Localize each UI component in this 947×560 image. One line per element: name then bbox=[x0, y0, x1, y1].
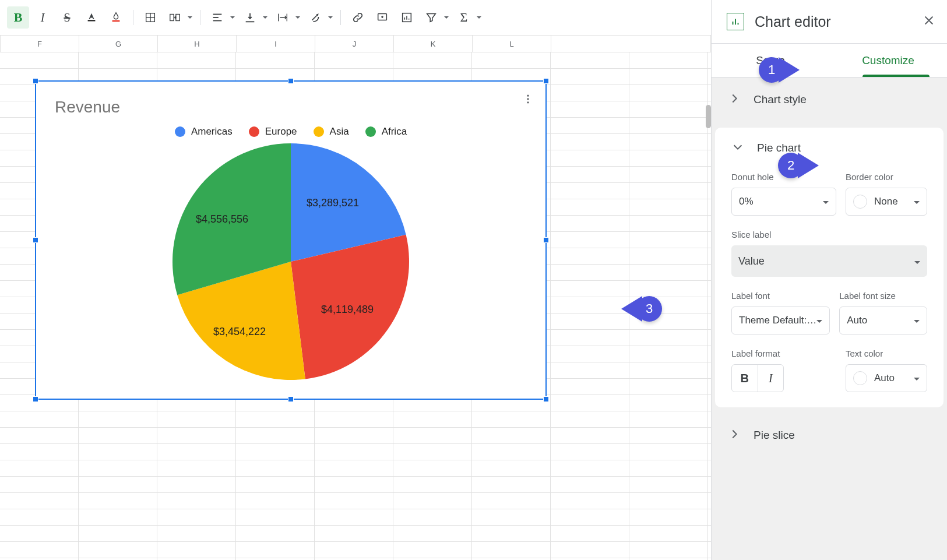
label-font-select[interactable]: Theme Default:… bbox=[731, 307, 830, 334]
resize-handle[interactable] bbox=[543, 396, 549, 402]
border-color-select[interactable]: None bbox=[846, 188, 927, 216]
text-color-label: Text color bbox=[846, 348, 927, 358]
section-title: Chart style bbox=[754, 93, 807, 106]
legend-item[interactable]: Africa bbox=[365, 126, 407, 138]
bold-glyph: B bbox=[14, 10, 23, 25]
legend-item[interactable]: Europe bbox=[249, 126, 297, 138]
dropdown-arrow-icon bbox=[228, 16, 237, 19]
dropdown-arrow-icon bbox=[816, 315, 822, 326]
borders-button[interactable] bbox=[139, 6, 161, 29]
chart-object[interactable]: Revenue Americas Europe Asia Africa $3,2… bbox=[35, 80, 547, 400]
svg-point-16 bbox=[527, 95, 529, 97]
dropdown-arrow-icon bbox=[442, 16, 450, 19]
column-header[interactable]: F bbox=[1, 36, 79, 52]
resize-handle[interactable] bbox=[543, 78, 549, 84]
column-header[interactable]: H bbox=[158, 36, 237, 52]
h-align-button[interactable] bbox=[206, 6, 237, 29]
legend-label: Asia bbox=[330, 126, 349, 138]
functions-button[interactable]: Σ bbox=[453, 6, 483, 29]
spreadsheet-grid[interactable]: document.write(Array.from({length:32}).m… bbox=[0, 52, 711, 560]
legend-swatch bbox=[314, 126, 324, 137]
sidebar-body: Chart style Pie chart Donut hole 0% bbox=[712, 78, 947, 560]
comment-button[interactable] bbox=[371, 6, 393, 29]
filter-button[interactable] bbox=[420, 6, 450, 29]
resize-handle[interactable] bbox=[543, 237, 549, 243]
slice-label: $3,454,222 bbox=[213, 326, 266, 338]
select-value: None bbox=[874, 196, 898, 207]
dropdown-arrow-icon bbox=[823, 196, 829, 207]
bold-button[interactable]: B bbox=[7, 6, 29, 29]
fill-color-button[interactable] bbox=[105, 6, 127, 29]
scrollbar-thumb[interactable] bbox=[706, 105, 711, 128]
chevron-down-icon bbox=[731, 140, 744, 156]
v-align-button[interactable] bbox=[239, 6, 269, 29]
bold-toggle[interactable]: B bbox=[732, 365, 758, 392]
close-button[interactable] bbox=[923, 14, 935, 29]
slice-label-label: Slice label bbox=[731, 230, 927, 240]
resize-handle[interactable] bbox=[33, 396, 38, 402]
italic-toggle[interactable]: I bbox=[758, 365, 784, 392]
legend-label: Africa bbox=[382, 126, 407, 138]
svg-rect-3 bbox=[170, 15, 174, 21]
legend-swatch bbox=[249, 126, 259, 137]
resize-handle[interactable] bbox=[33, 237, 38, 243]
dropdown-arrow-icon bbox=[914, 315, 920, 326]
dropdown-arrow-icon bbox=[186, 16, 194, 19]
chart-title[interactable]: Revenue bbox=[55, 98, 120, 117]
dropdown-arrow-icon bbox=[914, 372, 920, 384]
column-header[interactable]: G bbox=[79, 36, 158, 52]
section-header[interactable]: Chart style bbox=[712, 78, 947, 122]
chevron-right-icon bbox=[728, 428, 741, 443]
separator bbox=[340, 10, 341, 25]
legend-item[interactable]: Americas bbox=[175, 126, 233, 138]
strike-glyph: S bbox=[64, 11, 70, 24]
italic-button[interactable]: I bbox=[31, 6, 54, 29]
label-font-size-label: Label font size bbox=[839, 291, 927, 301]
sidebar-header: Chart editor bbox=[712, 0, 947, 44]
strike-button[interactable]: S bbox=[56, 6, 78, 29]
chart-menu-button[interactable] bbox=[522, 93, 534, 107]
text-color-select[interactable]: Auto bbox=[846, 364, 927, 392]
column-header[interactable]: L bbox=[473, 36, 551, 52]
column-header[interactable]: I bbox=[237, 36, 315, 52]
chart-editor-sidebar: Chart editor Setup Customize Chart style… bbox=[711, 0, 947, 560]
legend-swatch bbox=[365, 126, 376, 137]
tutorial-callout-3: 3 bbox=[636, 296, 662, 322]
section-header[interactable]: Pie slice bbox=[712, 413, 947, 457]
dropdown-arrow-icon bbox=[326, 16, 335, 19]
separator bbox=[133, 10, 133, 25]
separator bbox=[200, 10, 200, 25]
legend-item[interactable]: Asia bbox=[314, 126, 349, 138]
label-font-size-select[interactable]: Auto bbox=[839, 307, 927, 334]
text-color-button[interactable] bbox=[80, 6, 103, 29]
chart-legend: Americas Europe Asia Africa bbox=[40, 126, 542, 138]
chart-canvas: Revenue Americas Europe Asia Africa $3,2… bbox=[40, 85, 542, 395]
tutorial-callout-2: 2 bbox=[778, 153, 804, 178]
select-value: Auto bbox=[847, 315, 867, 326]
sidebar-title: Chart editor bbox=[755, 13, 912, 30]
resize-handle[interactable] bbox=[288, 396, 294, 402]
merge-button[interactable] bbox=[164, 6, 194, 29]
select-value: 0% bbox=[739, 196, 754, 207]
select-value: Value bbox=[738, 255, 765, 267]
column-header[interactable]: J bbox=[315, 36, 394, 52]
sidebar-tabs: Setup Customize bbox=[712, 44, 947, 78]
resize-handle[interactable] bbox=[288, 78, 294, 84]
slice-label-select[interactable]: Value bbox=[731, 245, 927, 277]
tutorial-callout-1: 1 bbox=[759, 57, 784, 83]
section-header[interactable]: Pie chart bbox=[715, 128, 944, 168]
select-value: Auto bbox=[874, 372, 895, 384]
resize-handle[interactable] bbox=[33, 78, 38, 84]
tab-customize[interactable]: Customize bbox=[829, 44, 947, 77]
legend-swatch bbox=[175, 126, 185, 137]
svg-point-18 bbox=[527, 101, 529, 103]
dropdown-arrow-icon bbox=[294, 16, 302, 19]
svg-point-17 bbox=[527, 98, 529, 100]
link-button[interactable] bbox=[347, 6, 369, 29]
insert-chart-button[interactable] bbox=[396, 6, 418, 29]
wrap-button[interactable] bbox=[272, 6, 302, 29]
rotate-button[interactable] bbox=[304, 6, 335, 29]
column-header[interactable]: K bbox=[394, 36, 473, 52]
italic-glyph: I bbox=[41, 11, 45, 24]
donut-hole-select[interactable]: 0% bbox=[731, 188, 836, 216]
